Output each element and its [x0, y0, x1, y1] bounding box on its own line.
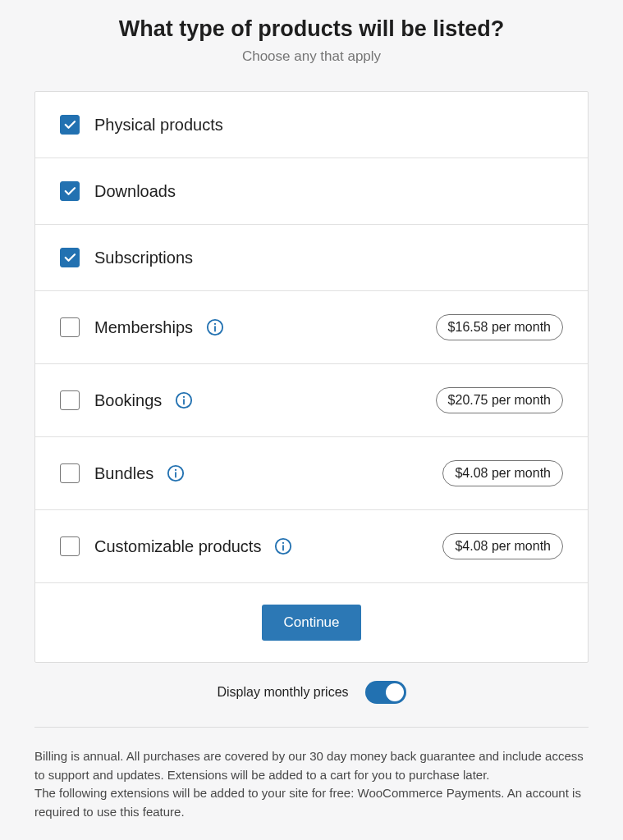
- product-types-card: Physical products Downloads Subscription…: [34, 91, 589, 663]
- option-label: Bundles: [94, 464, 153, 483]
- checkbox-physical-products[interactable]: [60, 115, 80, 135]
- svg-rect-8: [175, 472, 176, 477]
- option-label: Downloads: [94, 182, 176, 201]
- option-label: Memberships: [94, 318, 193, 337]
- svg-point-1: [214, 323, 216, 325]
- option-customizable-products[interactable]: Customizable products $4.08 per month: [35, 510, 588, 583]
- svg-rect-2: [214, 326, 216, 331]
- info-icon[interactable]: [175, 391, 193, 409]
- price-pill: $16.58 per month: [436, 314, 563, 340]
- check-icon: [62, 250, 77, 265]
- continue-button[interactable]: Continue: [262, 605, 360, 641]
- svg-point-10: [282, 542, 284, 544]
- check-icon: [62, 117, 77, 132]
- checkbox-subscriptions[interactable]: [60, 248, 80, 267]
- svg-rect-5: [183, 399, 185, 404]
- option-label: Customizable products: [94, 537, 261, 556]
- option-bundles[interactable]: Bundles $4.08 per month: [35, 437, 588, 510]
- page-subtitle: Choose any that apply: [0, 48, 623, 65]
- toggle-label: Display monthly prices: [217, 685, 348, 700]
- svg-point-4: [183, 396, 185, 398]
- info-icon[interactable]: [274, 537, 292, 555]
- svg-rect-11: [283, 545, 285, 550]
- continue-row: Continue: [35, 583, 588, 662]
- footer-paragraph-1: Billing is annual. All purchases are cov…: [34, 747, 589, 784]
- checkbox-downloads[interactable]: [60, 181, 80, 201]
- checkbox-bookings[interactable]: [60, 390, 80, 410]
- option-label: Bookings: [94, 391, 162, 410]
- checkbox-customizable-products[interactable]: [60, 536, 80, 556]
- price-pill: $4.08 per month: [442, 533, 563, 559]
- option-subscriptions[interactable]: Subscriptions: [35, 225, 588, 291]
- option-bookings[interactable]: Bookings $20.75 per month: [35, 364, 588, 437]
- price-pill: $20.75 per month: [436, 387, 563, 413]
- info-icon[interactable]: [167, 464, 185, 482]
- svg-point-7: [175, 469, 176, 471]
- checkbox-bundles[interactable]: [60, 463, 80, 483]
- page-title: What type of products will be listed?: [0, 16, 623, 42]
- monthly-prices-toggle[interactable]: [365, 681, 406, 704]
- option-physical-products[interactable]: Physical products: [35, 92, 588, 158]
- option-downloads[interactable]: Downloads: [35, 158, 588, 225]
- option-memberships[interactable]: Memberships $16.58 per month: [35, 291, 588, 364]
- option-label: Subscriptions: [94, 249, 193, 267]
- price-pill: $4.08 per month: [442, 460, 563, 486]
- price-toggle-row: Display monthly prices: [34, 663, 589, 728]
- info-icon[interactable]: [206, 318, 224, 336]
- footer-paragraph-2: The following extensions will be added t…: [34, 784, 589, 821]
- toggle-knob: [386, 683, 404, 701]
- footer-text: Billing is annual. All purchases are cov…: [34, 747, 589, 821]
- check-icon: [62, 184, 77, 199]
- checkbox-memberships[interactable]: [60, 317, 80, 337]
- option-label: Physical products: [94, 116, 223, 135]
